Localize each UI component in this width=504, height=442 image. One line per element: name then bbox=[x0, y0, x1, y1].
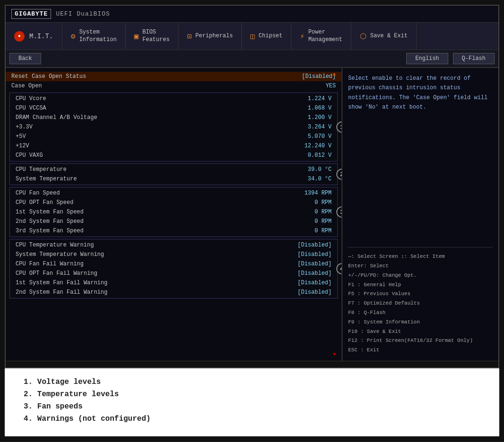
save-label: Save & Exit bbox=[370, 33, 408, 40]
keymap-row: +/-/PU/PD: Change Opt. bbox=[348, 271, 493, 280]
table-row[interactable]: +3.3V 3.264 V bbox=[10, 122, 337, 132]
row-value: 0 RPM bbox=[315, 218, 332, 225]
row-value: 1.224 V bbox=[308, 95, 332, 102]
keymap-row: ESC : Exit bbox=[348, 346, 493, 355]
keymap: ↔: Select Screen ↕: Select Item Enter: S… bbox=[348, 252, 493, 355]
save-icon: ⬡ bbox=[360, 32, 367, 41]
help-text: Select enable to clear the record of pre… bbox=[348, 74, 493, 241]
row-label: CPU OPT Fan Speed bbox=[16, 199, 73, 206]
row-value: 0 RPM bbox=[315, 228, 332, 234]
legend-item: 3. Fan speeds bbox=[24, 402, 480, 411]
row-value: 1.068 V bbox=[308, 105, 332, 111]
legend-num: 1. bbox=[24, 378, 37, 386]
save-nav-text: Save & Exit bbox=[370, 33, 408, 40]
power-label2: Management bbox=[308, 36, 342, 44]
table-row[interactable]: System Temperature Warning [Disabled] bbox=[10, 250, 337, 259]
table-row[interactable]: System Temperature 34.0 °C bbox=[10, 174, 337, 184]
table-row[interactable]: 1st System Fan Fail Warning [Disabled] bbox=[10, 278, 337, 288]
table-row[interactable]: 3rd System Fan Speed 0 RPM bbox=[10, 226, 337, 236]
table-row[interactable]: CPU OPT Fan Fail Warning [Disabled] bbox=[10, 269, 337, 278]
row-label: Reset Case Open Status bbox=[11, 73, 86, 80]
row-label: CPU VAXG bbox=[16, 152, 43, 159]
row-value: 0.012 V bbox=[308, 152, 332, 159]
legend-item: 1. Voltage levels bbox=[24, 378, 480, 386]
legend-num: 4. bbox=[24, 415, 37, 423]
table-row[interactable]: +12V 12.240 V bbox=[10, 141, 337, 151]
chipset-nav-text: Chipset bbox=[259, 33, 282, 40]
nav-item-system[interactable]: ⚙ System Information bbox=[62, 23, 126, 50]
qflash-button[interactable]: Q-Flash bbox=[453, 53, 495, 64]
row-label: DRAM Channel A/B Voltage bbox=[16, 114, 97, 121]
row-label: CPU VCCSA bbox=[16, 105, 46, 111]
table-row[interactable]: 2nd System Fan Speed 0 RPM bbox=[10, 217, 337, 226]
row-value: 39.0 °C bbox=[308, 166, 332, 173]
legend-num: 3. bbox=[24, 402, 37, 411]
table-row[interactable]: Reset Case Open Status [Disabled] bbox=[6, 72, 342, 81]
chipset-label: Chipset bbox=[259, 33, 282, 40]
row-value: YES bbox=[325, 83, 336, 89]
legend-text: Voltage levels bbox=[37, 378, 101, 386]
row-value: [Disabled] bbox=[298, 251, 332, 258]
power-label1: Power bbox=[308, 29, 342, 36]
legend-text: Fan speeds bbox=[37, 402, 83, 411]
peripherals-label: Peripherals bbox=[196, 33, 233, 40]
row-label: CPU Vcore bbox=[16, 95, 46, 102]
top-bar: GIGABYTE UEFI DualBIOS bbox=[6, 6, 498, 23]
nav-item-mit[interactable]: ● M.I.T. bbox=[6, 23, 62, 50]
outer-wrapper: GIGABYTE UEFI DualBIOS ● M.I.T. ⚙ System… bbox=[0, 0, 504, 441]
power-nav-text: Power Management bbox=[308, 29, 342, 43]
row-label: CPU Temperature Warning bbox=[16, 242, 94, 248]
temperature-group: 2 CPU Temperature 39.0 °C System Tempera… bbox=[9, 163, 338, 185]
table-row[interactable]: +5V 5.070 V bbox=[10, 132, 337, 141]
table-row[interactable]: Case Open YES bbox=[6, 81, 342, 91]
keymap-row: F7 : Optimized Defaults bbox=[348, 299, 493, 308]
table-row[interactable]: CPU Temperature Warning [Disabled] bbox=[10, 240, 337, 250]
row-value: [Disabled] bbox=[302, 73, 336, 80]
system-icon: ⚙ bbox=[71, 32, 76, 41]
row-label: 3rd System Fan Speed bbox=[16, 228, 84, 234]
nav-item-bios[interactable]: ▣ BIOS Features bbox=[126, 23, 179, 50]
legend-item: 2. Temperature levels bbox=[24, 390, 480, 399]
keymap-row: F5 : Previous Values bbox=[348, 289, 493, 299]
chipset-icon: ◫ bbox=[250, 32, 255, 41]
back-button[interactable]: Back bbox=[9, 53, 41, 64]
row-label: CPU OPT Fan Fail Warning bbox=[16, 270, 97, 277]
table-row[interactable]: 2nd System Fan Fail Warning [Disabled] bbox=[10, 288, 337, 297]
table-row[interactable]: 1st System Fan Speed 0 RPM bbox=[10, 207, 337, 217]
table-row[interactable]: CPU Fan Fail Warning [Disabled] bbox=[10, 259, 337, 269]
table-row[interactable]: CPU Vcore 1.224 V bbox=[10, 94, 337, 103]
system-nav-text: System Information bbox=[79, 29, 117, 43]
row-label: 1st System Fan Fail Warning bbox=[16, 280, 107, 286]
row-value: 34.0 °C bbox=[308, 176, 332, 182]
system-label1: System bbox=[79, 29, 117, 36]
legend-item: 4. Warnings (not configured) bbox=[24, 415, 480, 423]
status-bar bbox=[6, 361, 498, 367]
row-value: 1394 RPM bbox=[304, 190, 332, 196]
table-row[interactable]: CPU Fan Speed 1394 RPM bbox=[10, 188, 337, 198]
nav-item-power[interactable]: ⚡ Power Management bbox=[291, 23, 351, 50]
language-button[interactable]: English bbox=[406, 53, 448, 64]
keymap-row: F12 : Print Screen(FAT16/32 Format Only) bbox=[348, 336, 493, 346]
fanspeed-group: 3 CPU Fan Speed 1394 RPM CPU OPT Fan Spe… bbox=[9, 187, 338, 237]
gigabyte-logo: GIGABYTE bbox=[11, 9, 51, 19]
keymap-row: F1 : General Help bbox=[348, 280, 493, 290]
table-row[interactable]: CPU VAXG 0.012 V bbox=[10, 151, 337, 160]
bottom-legend: 1. Voltage levels 2. Temperature levels … bbox=[5, 368, 499, 436]
row-value: 0 RPM bbox=[315, 209, 332, 215]
legend-num: 2. bbox=[24, 390, 37, 399]
scroll-up-indicator: ▲ bbox=[333, 72, 336, 77]
table-row[interactable]: CPU OPT Fan Speed 0 RPM bbox=[10, 198, 337, 207]
peripherals-icon: ⊡ bbox=[187, 32, 192, 41]
table-row[interactable]: DRAM Channel A/B Voltage 1.200 V bbox=[10, 113, 337, 122]
nav-item-chipset[interactable]: ◫ Chipset bbox=[242, 23, 291, 50]
nav-item-save[interactable]: ⬡ Save & Exit bbox=[351, 23, 417, 50]
row-label: CPU Fan Speed bbox=[16, 190, 60, 196]
row-value: 12.240 V bbox=[304, 143, 332, 149]
table-row[interactable]: CPU VCCSA 1.068 V bbox=[10, 103, 337, 113]
table-row[interactable]: CPU Temperature 39.0 °C bbox=[10, 165, 337, 174]
row-label: +5V bbox=[16, 133, 26, 140]
nav-item-peripherals[interactable]: ⊡ Peripherals bbox=[179, 23, 242, 50]
row-label: +3.3V bbox=[16, 124, 33, 130]
row-value: [Disabled] bbox=[298, 242, 332, 248]
keymap-row: F8 : Q-Flash bbox=[348, 308, 493, 318]
